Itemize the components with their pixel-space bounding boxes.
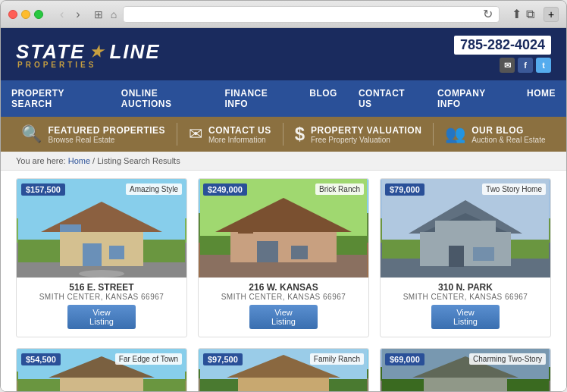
listing-info-2: 216 W. KANSAS SMITH CENTER, KANSAS 66967… (199, 278, 368, 337)
feature-valuation-title: PROPERTY VALUATION (311, 125, 421, 136)
view-listing-button-3[interactable]: View Listing (431, 305, 500, 329)
nav-company-info[interactable]: COMPANY INFO (427, 80, 516, 117)
feature-properties-title: FEATURED PROPERTIES (48, 125, 165, 136)
listing-style-4: Far Edge of Town (115, 353, 182, 365)
feature-properties[interactable]: 🔍 FEATURED PROPERTIES Browse Real Estate (21, 124, 165, 144)
logo[interactable]: STATE ★ LINE PROPERTIES (16, 40, 161, 69)
home-button[interactable]: ⌂ (111, 8, 117, 20)
listing-city-2: SMITH CENTER, KANSAS 66967 (203, 293, 364, 301)
listing-price-6: $69,000 (385, 353, 424, 365)
twitter-icon[interactable]: t (536, 58, 551, 73)
svg-rect-14 (257, 241, 278, 262)
feature-contact-title: CONTACT US (208, 125, 271, 136)
feature-contact-text: CONTACT US More Information (208, 125, 271, 144)
add-tab-button[interactable]: + (544, 7, 559, 22)
phone-number: 785-282-4024 (454, 36, 551, 55)
address-bar[interactable]: ↻ (123, 6, 500, 23)
listing-style-3: Two Story Home (482, 183, 546, 195)
feature-divider-2 (283, 123, 284, 146)
listing-card-4: $54,500 Far Edge of Town (16, 348, 187, 392)
listing-city-1: SMITH CENTER, KANSAS 66967 (21, 293, 182, 301)
feature-blog[interactable]: 👥 OUR BLOG Auction & Real Estate (445, 124, 545, 144)
nav-home[interactable]: HOME (516, 80, 566, 117)
feature-bar: 🔍 FEATURED PROPERTIES Browse Real Estate… (1, 117, 566, 152)
nav-property-search[interactable]: PROPERTY SEARCH (1, 80, 111, 117)
browser-actions: ⬆ ⧉ (512, 7, 534, 21)
back-button[interactable]: ‹ (55, 6, 68, 23)
nav-arrows: ‹ › (55, 6, 85, 23)
forward-button[interactable]: › (71, 6, 84, 23)
listing-style-2: Brick Ranch (315, 183, 364, 195)
header-right: 785-282-4024 ✉ f t (454, 36, 551, 73)
svg-rect-13 (230, 232, 337, 262)
browser-titlebar: ‹ › ⊞ ⌂ ↻ ⬆ ⧉ + (1, 1, 566, 28)
main-navigation: PROPERTY SEARCH ONLINE AUCTIONS FINANCE … (1, 80, 566, 117)
listing-style-6: Charming Two-Story (469, 353, 546, 365)
feature-properties-text: FEATURED PROPERTIES Browse Real Estate (48, 125, 165, 144)
feature-contact[interactable]: ✉ CONTACT US More Information (189, 124, 271, 144)
breadcrumb-home[interactable]: Home (68, 156, 90, 165)
listing-price-3: $79,000 (385, 183, 424, 196)
listing-info-3: 310 N. PARK SMITH CENTER, KANSAS 66967 V… (381, 278, 550, 337)
feature-divider-1 (177, 123, 177, 146)
svg-point-8 (79, 270, 124, 278)
listing-card-3: $79,000 Two Story Home 310 N. PARK SMITH… (380, 178, 551, 337)
svg-rect-6 (109, 246, 124, 259)
maximize-button[interactable] (34, 10, 43, 19)
feature-divider-3 (433, 123, 434, 146)
view-listing-button-1[interactable]: View Listing (67, 305, 136, 329)
svg-rect-5 (83, 243, 102, 266)
svg-rect-21 (420, 232, 511, 266)
feature-blog-sub: Auction & Real Estate (471, 136, 545, 144)
svg-rect-7 (60, 224, 81, 232)
social-icons: ✉ f t (454, 58, 551, 73)
listing-image-3: $79,000 Two Story Home (381, 179, 550, 278)
site-content: STATE ★ LINE PROPERTIES 785-282-4024 ✉ f… (1, 28, 566, 392)
listing-city-3: SMITH CENTER, KANSAS 66967 (385, 293, 546, 301)
nav-online-auctions[interactable]: ONLINE AUCTIONS (111, 80, 215, 117)
reader-button[interactable]: ⊞ (94, 8, 103, 20)
feature-valuation-text: PROPERTY VALUATION Free Property Valuati… (311, 125, 421, 144)
nav-contact-us[interactable]: CONTACT US (348, 80, 427, 117)
share-button[interactable]: ⬆ (512, 7, 522, 21)
email-icon[interactable]: ✉ (500, 58, 515, 73)
windows-button[interactable]: ⧉ (526, 7, 534, 21)
listing-card-1: $157,500 Amazing Style 516 E. STREET SMI… (16, 178, 187, 337)
feature-properties-sub: Browse Real Estate (48, 136, 165, 144)
svg-rect-15 (291, 246, 308, 259)
listing-style-1: Amazing Style (126, 183, 182, 195)
listing-card-2: $249,000 Brick Ranch 216 W. KANSAS SMITH… (198, 178, 369, 337)
listing-image-4: $54,500 Far Edge of Town (17, 349, 186, 392)
feature-valuation[interactable]: $ PROPERTY VALUATION Free Property Valua… (295, 124, 422, 145)
view-listing-button-2[interactable]: View Listing (249, 305, 318, 329)
site-header: STATE ★ LINE PROPERTIES 785-282-4024 ✉ f… (1, 28, 566, 80)
listing-card-6: $69,000 Charming Two-Story (380, 348, 551, 392)
breadcrumb-prefix: You are here: (16, 156, 68, 165)
minimize-button[interactable] (21, 10, 30, 19)
listing-card-5: $97,500 Family Ranch (198, 348, 369, 392)
listing-image-6: $69,000 Charming Two-Story (381, 349, 550, 392)
feature-blog-text: OUR BLOG Auction & Real Estate (471, 125, 545, 144)
listings-grid-2: $54,500 Far Edge of Town $97,500 Famil (16, 348, 551, 392)
listing-price-1: $157,500 (21, 183, 65, 196)
listing-image-2: $249,000 Brick Ranch (199, 179, 368, 278)
svg-rect-29 (60, 378, 143, 392)
refresh-button[interactable]: ↻ (483, 7, 493, 21)
listing-image-5: $97,500 Family Ranch (199, 349, 368, 392)
people-icon: 👥 (445, 124, 465, 144)
nav-blog[interactable]: BLOG (299, 80, 348, 117)
listing-price-5: $97,500 (203, 353, 243, 365)
svg-rect-25 (473, 247, 494, 261)
facebook-icon[interactable]: f (518, 58, 533, 73)
dollar-icon: $ (295, 124, 305, 145)
feature-valuation-sub: Free Property Valuation (311, 136, 421, 144)
logo-sub: PROPERTIES (17, 61, 161, 69)
svg-rect-33 (238, 378, 329, 392)
logo-star: ★ (89, 42, 105, 61)
nav-finance-info[interactable]: FINANCE INFO (214, 80, 299, 117)
listing-info-1: 516 E. STREET SMITH CENTER, KANSAS 66967… (17, 278, 186, 337)
listing-address-3: 310 N. PARK (385, 282, 546, 293)
svg-rect-23 (435, 221, 496, 236)
svg-rect-24 (449, 246, 464, 267)
close-button[interactable] (8, 10, 17, 19)
